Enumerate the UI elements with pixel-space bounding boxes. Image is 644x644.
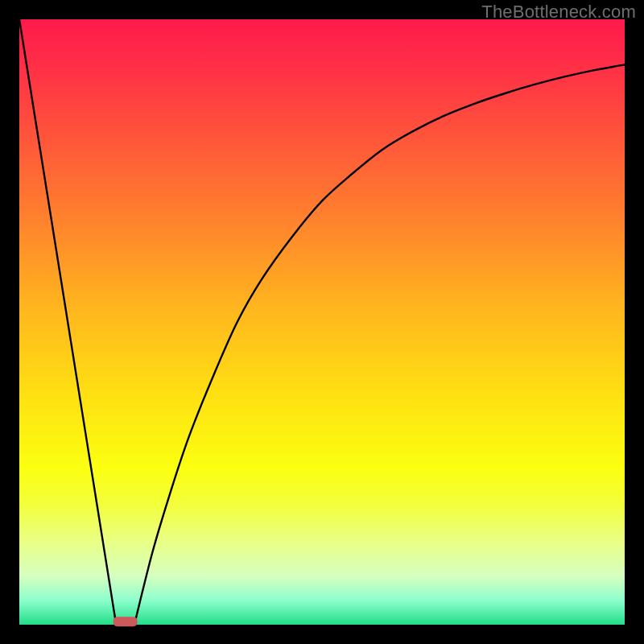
minimum-marker <box>114 617 138 626</box>
watermark-label: TheBottleneck.com <box>481 2 636 23</box>
curve-group <box>19 19 625 625</box>
curve-left-descent <box>19 19 116 625</box>
chart-overlay <box>0 0 644 644</box>
curve-right-rise <box>134 64 625 625</box>
chart-frame: TheBottleneck.com <box>0 0 644 644</box>
